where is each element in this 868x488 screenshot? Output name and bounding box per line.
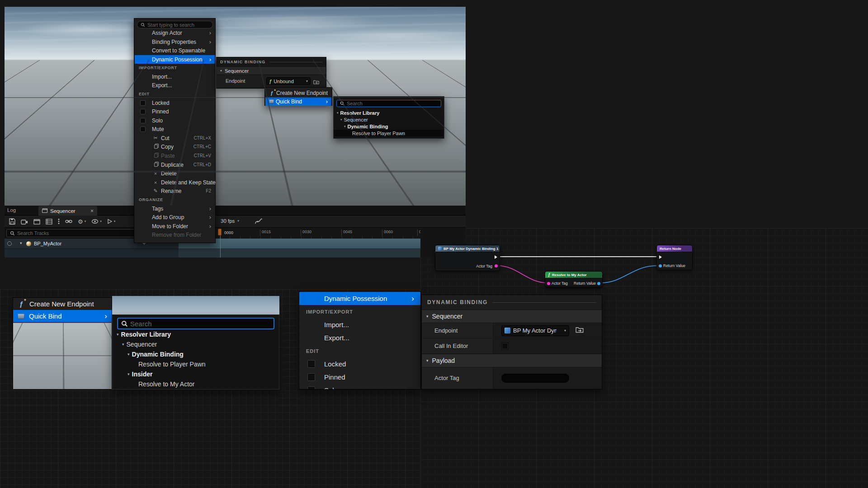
return-value-pin[interactable] bbox=[659, 264, 662, 267]
menu-item-paste: PasteCTRL+V bbox=[135, 151, 215, 160]
tree-item-resolver-library[interactable]: ▾Resolver Library bbox=[334, 109, 443, 116]
cut-icon: ✂ bbox=[152, 135, 159, 141]
chevron-down-icon: ▾ bbox=[344, 125, 346, 128]
menu-item-create-new-endpoint[interactable]: ƒCreate New Endpoint bbox=[265, 89, 331, 97]
menu-item-copy[interactable]: CopyCTRL+C bbox=[135, 142, 215, 151]
tree-item-resolve-to-my-actor[interactable]: Resolve to My Actor bbox=[113, 379, 278, 389]
mute-checkbox[interactable] bbox=[140, 127, 146, 132]
sequencer-tab[interactable]: Sequencer × bbox=[38, 206, 97, 216]
menu-item-binding-properties[interactable]: Binding Properties› bbox=[135, 38, 215, 46]
category-sequencer[interactable]: ▾Sequencer bbox=[217, 66, 326, 75]
tree-item-resolve-to-player-pawn[interactable]: Resolve to Player Pawn bbox=[113, 359, 278, 369]
exec-in-pin[interactable] bbox=[659, 255, 662, 259]
track-context-menu: Assign Actor› Binding Properties› Conver… bbox=[134, 18, 216, 243]
log-tab[interactable]: Log bbox=[7, 207, 16, 213]
save-icon[interactable] bbox=[9, 218, 15, 225]
chevron-down-icon[interactable]: ▾ bbox=[20, 241, 22, 245]
playback-options-icon[interactable]: ▾ bbox=[107, 219, 116, 224]
search-icon bbox=[121, 320, 128, 327]
locked-checkbox[interactable] bbox=[140, 100, 146, 106]
actor-tag-pin[interactable] bbox=[547, 282, 550, 285]
menu-item-tags[interactable]: Tags› bbox=[135, 204, 215, 213]
call-in-editor-checkbox[interactable] bbox=[501, 343, 509, 350]
solo-checkbox[interactable] bbox=[140, 118, 146, 123]
fps-dropdown[interactable]: 30 fps ▾ bbox=[221, 218, 239, 224]
resolver-search-box[interactable] bbox=[336, 100, 441, 107]
menu-item-locked[interactable]: Locked bbox=[299, 357, 420, 371]
tree-item-resolver-library[interactable]: ▾Resolver Library bbox=[113, 329, 278, 339]
tree-item-insider[interactable]: ▾Insider bbox=[113, 369, 278, 379]
viewport-clouds bbox=[5, 7, 466, 60]
menu-item-delete-keep-state[interactable]: ×Delete and Keep State bbox=[135, 178, 215, 187]
locked-checkbox[interactable] bbox=[307, 360, 315, 368]
solo-checkbox[interactable] bbox=[307, 386, 315, 389]
menu-item-mute[interactable]: Mute bbox=[135, 125, 215, 133]
endpoint-dropdown[interactable]: ƒ Unbound ▾ bbox=[266, 77, 311, 85]
tree-item-resolve-to-player-pawn[interactable]: Resolve to Player Pawn bbox=[334, 130, 443, 136]
submenu-arrow-icon: › bbox=[104, 312, 107, 320]
track-row-secondary[interactable] bbox=[5, 249, 420, 258]
menu-item-locked[interactable]: Locked bbox=[135, 99, 215, 107]
render-movie-icon[interactable] bbox=[33, 219, 40, 225]
category-payload[interactable]: ▾Payload bbox=[422, 354, 602, 367]
menu-item-duplicate[interactable]: DuplicateCTRL+D bbox=[135, 160, 215, 169]
menu-item-quick-bind[interactable]: Quick Bind› bbox=[13, 310, 112, 322]
actor-tag-input[interactable] bbox=[501, 374, 569, 383]
more-kebab-icon[interactable] bbox=[58, 218, 60, 225]
category-sequencer[interactable]: ▾Sequencer bbox=[422, 310, 602, 323]
tree-item-sequencer[interactable]: ▾Sequencer bbox=[113, 339, 278, 349]
menu-item-quick-bind[interactable]: Quick Bind› bbox=[265, 97, 331, 106]
submenu-arrow-icon: › bbox=[326, 99, 328, 104]
node-binding-endpoint[interactable]: BP My Actor Dynamic Binding 1 Actor Tag bbox=[435, 245, 500, 271]
endpoint-dropdown[interactable]: BP My Actor Dyna ▾ bbox=[501, 325, 569, 336]
tree-item-dynamic-binding[interactable]: ▾Dynamic Binding bbox=[334, 123, 443, 130]
new-endpoint-icon: ƒ bbox=[18, 300, 25, 308]
resolver-search-box[interactable] bbox=[117, 318, 274, 329]
sequencer-toolbar: ⚙▾ ▾ ▾ 30 fps ▾ bbox=[5, 216, 466, 228]
menu-item-solo[interactable]: Solo bbox=[135, 116, 215, 125]
pinned-checkbox[interactable] bbox=[140, 109, 146, 114]
browse-asset-icon[interactable] bbox=[313, 78, 319, 86]
menu-item-cut[interactable]: ✂CutCTRL+X bbox=[135, 134, 215, 142]
resolver-search-input[interactable] bbox=[347, 101, 438, 106]
resolver-search-input[interactable] bbox=[130, 320, 270, 328]
exec-out-pin[interactable] bbox=[495, 255, 497, 259]
menu-item-assign-actor[interactable]: Assign Actor› bbox=[135, 28, 215, 37]
shot-list-icon[interactable] bbox=[46, 219, 52, 225]
menu-item-pinned[interactable]: Pinned bbox=[135, 107, 215, 116]
menu-item-pinned[interactable]: Pinned bbox=[299, 371, 420, 384]
menu-item-export[interactable]: Export... bbox=[135, 81, 215, 89]
endpoint-submenu: ƒCreate New Endpoint Quick Bind› bbox=[264, 87, 332, 106]
menu-search-input[interactable] bbox=[147, 22, 209, 28]
menu-item-create-new-endpoint[interactable]: ƒCreate New Endpoint bbox=[13, 298, 112, 310]
track-state-icon[interactable] bbox=[7, 241, 12, 246]
actor-tag-pin[interactable] bbox=[495, 264, 498, 267]
curve-editor-icon[interactable] bbox=[255, 218, 263, 226]
close-icon[interactable]: × bbox=[90, 208, 94, 214]
tree-item-sequencer[interactable]: ▾Sequencer bbox=[334, 116, 443, 123]
menu-item-convert-to-spawnable[interactable]: Convert to Spawnable bbox=[135, 46, 215, 55]
menu-search-box[interactable] bbox=[137, 21, 213, 28]
pinned-checkbox[interactable] bbox=[307, 373, 315, 381]
playhead-marker[interactable] bbox=[218, 229, 222, 235]
menu-item-add-to-group[interactable]: Add to Group› bbox=[135, 213, 215, 221]
tree-item-dynamic-binding[interactable]: ▾Dynamic Binding bbox=[113, 349, 278, 359]
node-return[interactable]: Return Node Return Value bbox=[656, 245, 693, 270]
menu-item-dynamic-possession[interactable]: Dynamic Possession› bbox=[299, 292, 420, 305]
menu-item-dynamic-possession[interactable]: Dynamic Possession› bbox=[135, 55, 215, 64]
menu-item-delete[interactable]: ×Delete bbox=[135, 169, 215, 178]
zoom-quick-bind-popup: ▾Resolver Library ▾Sequencer ▾Dynamic Bi… bbox=[112, 314, 279, 389]
create-camera-icon[interactable] bbox=[21, 219, 28, 225]
view-options-icon[interactable]: ▾ bbox=[91, 219, 102, 224]
menu-item-import[interactable]: Import... bbox=[299, 318, 420, 331]
menu-item-rename[interactable]: ✎RenameF2 bbox=[135, 187, 215, 195]
node-resolve-to-my-actor[interactable]: ƒResolve to My Actor Actor Tag Return Va… bbox=[545, 271, 603, 287]
browse-asset-icon[interactable] bbox=[576, 326, 584, 335]
menu-item-export[interactable]: Export... bbox=[299, 331, 420, 344]
menu-item-solo[interactable]: Solo bbox=[299, 384, 420, 389]
return-value-pin[interactable] bbox=[597, 282, 600, 285]
tools-icon[interactable]: ⚙▾ bbox=[78, 218, 86, 225]
menu-item-import[interactable]: Import... bbox=[135, 72, 215, 81]
menu-item-move-to-folder[interactable]: Move to Folder› bbox=[135, 222, 215, 230]
link-icon[interactable] bbox=[65, 219, 72, 224]
